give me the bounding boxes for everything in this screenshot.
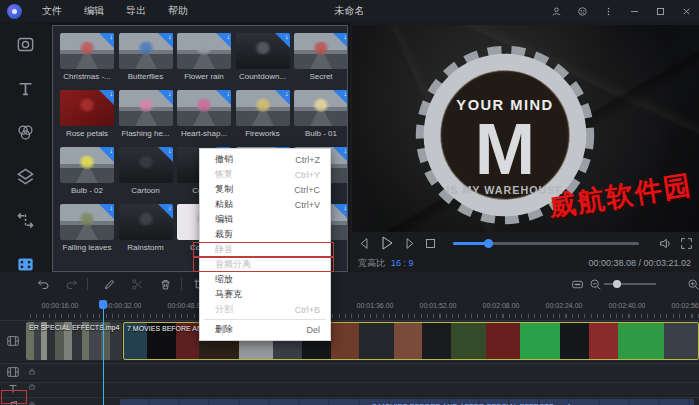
library-item[interactable]: ↓Countdown... [236,33,290,81]
track-video-0[interactable]: ER SPECIAL EFFECTS.mp47 MOVIES BEFORE AN… [0,320,699,361]
step-forward-button[interactable] [403,237,416,250]
library-item[interactable]: ↓Flower rain [177,33,231,81]
clip-video[interactable]: ER SPECIAL EFFECTS.mp4 [26,322,122,360]
library-thumbnail[interactable]: ↓ [177,33,231,69]
library-thumbnail[interactable]: ↓ [236,90,290,126]
context-menu-item[interactable]: 裁剪 [200,227,330,242]
library-thumbnail[interactable]: ↓ [236,33,290,69]
library-thumbnail[interactable]: ↓ [60,204,114,240]
ruler-label: 00:02:56.00 [672,302,699,309]
track-header-text[interactable] [0,383,26,395]
context-menu-item[interactable]: 缩放 [200,272,330,287]
library-thumbnail[interactable]: ↓ [60,147,114,183]
zoom-in-button[interactable] [684,275,699,293]
library-item-label: Christmas -... [60,72,114,81]
feedback-button[interactable] [569,0,595,22]
library-item[interactable]: ↓Bulb - 02 [60,147,114,195]
sidebar-item-media[interactable] [0,22,50,66]
library-thumbnail[interactable]: ↓ [294,90,348,126]
library-item[interactable]: ↓Rainstorm [119,204,173,252]
clip-audio[interactable]: 7 MOVIES BEFORE AND AFTER SPECIAL EFFECT… [120,399,694,405]
context-menu-item[interactable]: 删除Del [200,322,330,337]
track-header-audio[interactable] [0,398,26,405]
context-menu-item[interactable]: 马赛克 [200,287,330,302]
library-item[interactable]: ↓Bulb - 01 [294,90,348,138]
track-video-1[interactable] [0,363,699,380]
menu-2[interactable]: 导出 [115,0,157,22]
ruler-label: 00:02:08.00 [483,302,520,309]
context-menu-item[interactable]: 复制Ctrl+C [200,182,330,197]
menu-item-label: 删除 [215,323,233,336]
context-menu-item[interactable]: 撤销Ctrl+Z [200,152,330,167]
library-item[interactable]: ↓Falling leaves [60,204,114,252]
library-thumbnail[interactable]: ↓ [119,204,173,240]
lock-icon[interactable] [29,376,35,394]
library-item[interactable]: ↓Butterflies [119,33,173,81]
context-menu-item[interactable]: 音频分离 [200,257,330,272]
library-item[interactable]: ↓Secret [294,33,348,81]
redo-button[interactable] [62,275,80,293]
pencil-button[interactable] [100,275,118,293]
library-thumbnail[interactable]: ↓ [119,147,173,183]
menu-0[interactable]: 文件 [31,0,73,22]
context-menu-item[interactable]: 粘贴Ctrl+V [200,197,330,212]
sidebar-item-transitions[interactable] [0,198,50,242]
zoom-out-button[interactable] [586,275,604,293]
context-menu-item[interactable]: 恢复Ctrl+Y [200,167,330,182]
context-menu-item[interactable]: 分割Ctrl+B [200,302,330,317]
sidebar-item-filters[interactable] [0,110,50,154]
library-thumbnail[interactable]: ↓ [294,33,348,69]
maximize-button[interactable] [647,0,673,22]
library-item-label: Falling leaves [60,243,114,252]
library-item[interactable]: ↓Flashing he... [119,90,173,138]
fit-button[interactable] [568,275,586,293]
step-back-button[interactable] [358,237,371,250]
timeline-zoom-slider[interactable] [604,283,656,285]
menu-item-label: 粘贴 [215,198,233,211]
menu-3[interactable]: 帮助 [157,0,199,22]
library-thumbnail[interactable]: ↓ [60,90,114,126]
library-thumbnail[interactable]: ↓ [60,33,114,69]
window-controls [543,0,699,22]
lock-icon[interactable] [29,394,35,405]
close-button[interactable] [673,0,699,22]
library-item[interactable]: ↓Heart-shap... [177,90,231,138]
seek-thumb[interactable] [484,239,493,248]
library-item-label: Countdown... [236,72,290,81]
track-text-2[interactable] [0,382,699,395]
library-item-label: Cartoon [119,186,173,195]
account-button[interactable] [543,0,569,22]
context-menu-item[interactable]: 静音 [200,242,330,257]
fullscreen-icon[interactable] [680,237,693,250]
track-audio-3[interactable]: 7 MOVIES BEFORE AND AFTER SPECIAL EFFECT… [0,397,699,405]
library-thumbnail[interactable]: ↓ [177,90,231,126]
playhead-marker[interactable] [99,300,107,309]
menu-item-shortcut: Ctrl+B [295,305,320,315]
library-item[interactable]: ↓Cartoon [119,147,173,195]
track-header-video[interactable] [0,364,26,380]
stop-button[interactable] [424,237,437,250]
library-thumbnail[interactable]: ↓ [119,33,173,69]
context-menu-item[interactable]: 编辑 [200,212,330,227]
library-item[interactable]: ↓Christmas -... [60,33,114,81]
volume-icon[interactable] [659,237,672,250]
more-button[interactable] [595,0,621,22]
sidebar-item-overlays[interactable] [0,154,50,198]
seek-slider[interactable] [453,242,639,245]
play-button[interactable] [379,235,395,251]
library-item[interactable]: ↓Rose petals [60,90,114,138]
playhead-line[interactable] [103,302,104,405]
track-header-video[interactable] [0,321,26,361]
minimize-button[interactable] [621,0,647,22]
library-thumbnail[interactable]: ↓ [119,90,173,126]
scissors-button[interactable] [128,275,146,293]
sidebar-item-elements[interactable] [0,242,50,286]
menu-item-label: 编辑 [215,213,233,226]
aspect-ratio-value[interactable]: 16 : 9 [391,258,414,268]
menu-1[interactable]: 编辑 [73,0,115,22]
timeline-zoom-thumb[interactable] [613,280,621,288]
timeline-panel: 00:00:16.0000:00:32.0000:00:48.0000:01:0… [0,272,699,405]
trash-button[interactable] [156,275,174,293]
library-item[interactable]: ↓Fireworks [236,90,290,138]
sidebar-item-text[interactable] [0,66,50,110]
